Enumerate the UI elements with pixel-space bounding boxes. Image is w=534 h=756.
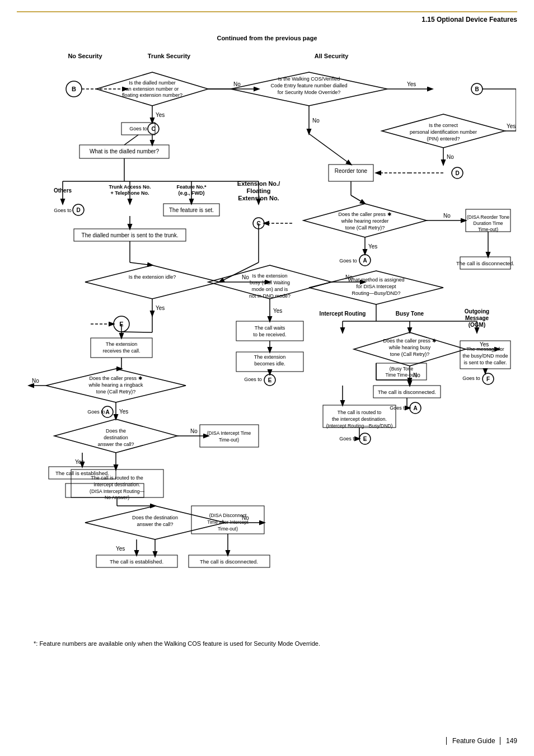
svg-text:The call is disconnected.: The call is disconnected. xyxy=(200,558,258,565)
svg-text:Time after Intercept: Time after Intercept xyxy=(207,519,249,525)
svg-text:All Security: All Security xyxy=(315,53,349,59)
svg-text:A: A xyxy=(363,257,367,264)
svg-text:B: B xyxy=(72,86,76,92)
svg-text:Yes: Yes xyxy=(119,408,128,415)
svg-text:No: No xyxy=(447,154,454,160)
svg-text:Goes to: Goes to xyxy=(54,208,72,213)
svg-text:Yes: Yes xyxy=(507,123,516,129)
svg-text:A: A xyxy=(413,405,417,411)
svg-text:Yes: Yes xyxy=(273,308,282,314)
svg-text:Goes to: Goes to xyxy=(390,405,407,411)
svg-text:becomes idle.: becomes idle. xyxy=(254,361,285,367)
diagram-container: Continued from the previous page No Secu… xyxy=(18,35,516,635)
svg-text:The call is disconnected.: The call is disconnected. xyxy=(378,389,436,395)
svg-text:Goes to: Goes to xyxy=(339,436,357,442)
svg-text:(DISA Reorder Tone: (DISA Reorder Tone xyxy=(467,214,509,220)
svg-text:The call is established.: The call is established. xyxy=(110,558,163,565)
svg-text:Yes: Yes xyxy=(156,112,165,118)
svg-text:Time Time-out): Time Time-out) xyxy=(386,372,418,378)
svg-text:E: E xyxy=(268,377,272,383)
svg-text:The dialled number is sent to : The dialled number is sent to the trunk. xyxy=(82,232,179,238)
svg-text:intercept destination.: intercept destination. xyxy=(93,482,140,487)
continued-label: Continued from the previous page xyxy=(18,35,516,41)
svg-text:A: A xyxy=(105,409,109,415)
svg-text:The extension: The extension xyxy=(254,354,286,360)
svg-text:Outgoing: Outgoing xyxy=(465,308,489,314)
svg-text:tone (Call Retry)?: tone (Call Retry)? xyxy=(96,389,136,395)
svg-text:The call is disconnected.: The call is disconnected. xyxy=(456,260,514,266)
svg-text:tone (Call Retry)?: tone (Call Retry)? xyxy=(345,225,385,231)
svg-text:tone (Call Retry)?: tone (Call Retry)? xyxy=(390,351,430,357)
footer-page: 149 xyxy=(500,737,517,745)
svg-text:Duration Time: Duration Time xyxy=(474,220,503,226)
svg-text:(DISA Disconnect: (DISA Disconnect xyxy=(209,513,247,518)
svg-text:(Busy Tone: (Busy Tone xyxy=(390,366,414,372)
svg-text:B: B xyxy=(475,86,479,92)
svg-text:Goes to: Goes to xyxy=(515,103,516,123)
svg-text:for Security Mode Override?: for Security Mode Override? xyxy=(278,90,341,95)
svg-line-99 xyxy=(130,262,152,265)
svg-text:E: E xyxy=(363,436,367,442)
svg-text:C: C xyxy=(151,126,155,132)
svg-line-29 xyxy=(124,135,138,145)
svg-text:(DISA Intercept Time: (DISA Intercept Time xyxy=(207,430,251,436)
svg-text:Does the: Does the xyxy=(106,428,126,434)
svg-text:Does the caller press ✱: Does the caller press ✱ xyxy=(383,338,436,344)
svg-text:What is the dialled number?: What is the dialled number? xyxy=(90,148,159,154)
svg-text:not in DND mode?: not in DND mode? xyxy=(249,293,291,299)
svg-text:the busy/DND mode: the busy/DND mode xyxy=(462,353,508,359)
svg-text:Is the Walking COS/Verified: Is the Walking COS/Verified xyxy=(278,76,340,82)
svg-text:No Security: No Security xyxy=(68,53,102,59)
svg-text:the intercept destination.: the intercept destination. xyxy=(332,416,387,422)
svg-text:Reorder tone: Reorder tone xyxy=(335,168,368,174)
svg-rect-125 xyxy=(236,321,303,341)
page: 1.15 Optional Device Features Continued … xyxy=(0,0,534,756)
svg-text:No: No xyxy=(312,118,320,124)
footer-bar: Feature Guide 149 xyxy=(443,737,517,745)
svg-text:while hearing a ringback: while hearing a ringback xyxy=(88,382,143,388)
footnote: *: Feature numbers are available only wh… xyxy=(34,640,517,647)
svg-text:Is the dialled number: Is the dialled number xyxy=(129,80,176,86)
svg-line-110 xyxy=(121,332,152,332)
svg-text:The call waits: The call waits xyxy=(255,325,285,331)
svg-marker-96 xyxy=(85,265,219,299)
svg-text:Routing—Busy/DND?: Routing—Busy/DND? xyxy=(352,290,400,296)
footer-label: Feature Guide xyxy=(446,737,495,745)
header-line xyxy=(17,11,517,12)
svg-text:busy (Call Waiting: busy (Call Waiting xyxy=(250,280,290,285)
svg-text:mode on) and is: mode on) and is xyxy=(252,287,288,292)
svg-text:Time-out): Time-out) xyxy=(478,227,498,232)
svg-text:Is the extension: Is the extension xyxy=(252,273,287,279)
svg-text:No: No xyxy=(190,428,198,434)
header-title: 1.15 Optional Device Features xyxy=(17,16,517,24)
svg-text:The message for: The message for xyxy=(466,346,504,352)
svg-text:Is the correct: Is the correct xyxy=(429,123,458,128)
svg-text:Is the extension idle?: Is the extension idle? xyxy=(129,274,176,280)
svg-text:(PIN)  entered?: (PIN) entered? xyxy=(427,136,460,142)
svg-text:floating extension number?: floating extension number? xyxy=(122,92,182,98)
svg-text:Time-out): Time-out) xyxy=(218,526,238,532)
svg-text:Goes to: Goes to xyxy=(129,126,147,132)
svg-text:Busy Tone: Busy Tone xyxy=(396,311,424,317)
svg-text:is sent to the caller.: is sent to the caller. xyxy=(463,360,507,365)
svg-text:Intercept Routing: Intercept Routing xyxy=(320,311,366,317)
svg-text:Yes: Yes xyxy=(156,305,165,311)
svg-text:Yes: Yes xyxy=(75,459,84,465)
svg-text:The extension: The extension xyxy=(106,341,138,347)
svg-text:Yes: Yes xyxy=(368,243,377,250)
svg-text:D: D xyxy=(76,207,80,213)
svg-text:Time-out): Time-out) xyxy=(219,437,239,443)
svg-text:The feature is set.: The feature is set. xyxy=(169,207,214,213)
svg-text:receives the call.: receives the call. xyxy=(102,348,140,354)
svg-text:Goes to: Goes to xyxy=(339,258,357,264)
svg-line-101 xyxy=(219,262,259,282)
svg-text:Goes to: Goes to xyxy=(244,377,262,382)
flowchart: No Security Trunk Security All Security … xyxy=(18,47,516,635)
svg-text:to be received.: to be received. xyxy=(253,332,286,337)
svg-text:Yes: Yes xyxy=(407,81,416,87)
svg-text:personal identification number: personal identification number xyxy=(410,129,477,135)
svg-text:Does the caller press ✱: Does the caller press ✱ xyxy=(89,375,142,381)
svg-text:Code Entry feature number dial: Code Entry feature number dialled xyxy=(270,83,347,88)
svg-text:The call is established.: The call is established. xyxy=(55,470,109,476)
svg-text:(DISA Intercept Routing—: (DISA Intercept Routing— xyxy=(90,489,144,494)
